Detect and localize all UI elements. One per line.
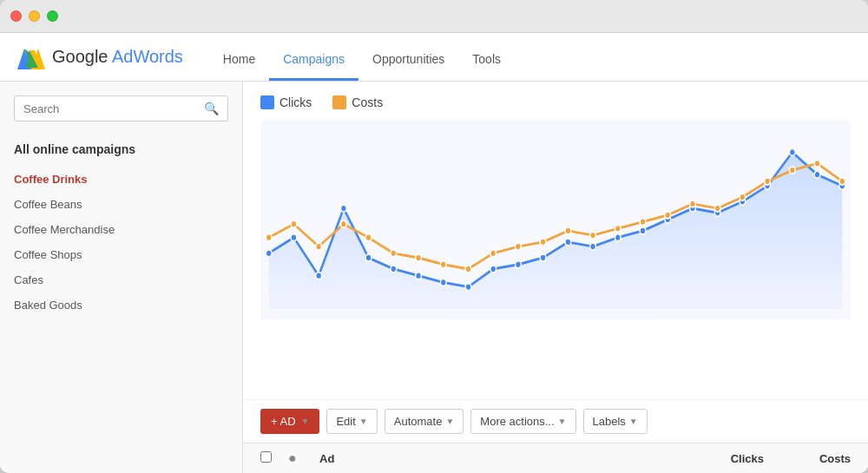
header: Google AdWords Home Campaigns Opportunit… xyxy=(0,33,868,82)
edit-chevron-icon: ▼ xyxy=(359,417,368,426)
svg-point-18 xyxy=(465,284,471,291)
svg-point-22 xyxy=(565,239,571,246)
legend-clicks-label: Clicks xyxy=(279,95,312,109)
more-actions-chevron-icon: ▼ xyxy=(558,417,567,426)
svg-point-37 xyxy=(340,220,346,227)
more-actions-button[interactable]: More actions... ▼ xyxy=(470,409,575,434)
svg-point-13 xyxy=(340,205,346,212)
main-nav: Home Campaigns Opportunities Tools xyxy=(209,33,515,81)
search-icon: 🔍 xyxy=(204,102,219,115)
svg-point-14 xyxy=(365,254,372,261)
sidebar-item-baked-goods[interactable]: Baked Goods xyxy=(0,292,242,318)
svg-point-42 xyxy=(465,266,471,273)
header-status-dot: ● xyxy=(288,450,309,466)
svg-point-38 xyxy=(365,234,372,241)
svg-point-23 xyxy=(590,243,596,250)
legend-clicks: Clicks xyxy=(260,95,312,109)
svg-point-56 xyxy=(814,160,820,167)
svg-point-52 xyxy=(714,205,720,212)
column-costs: Costs xyxy=(764,452,851,465)
nav-home[interactable]: Home xyxy=(209,33,269,81)
sidebar-item-coffee-merchandise[interactable]: Coffee Merchandise xyxy=(0,217,242,242)
chart-area: Clicks Costs xyxy=(243,82,868,399)
svg-point-12 xyxy=(316,273,322,279)
svg-point-20 xyxy=(516,261,522,268)
body: 🔍 All online campaigns Coffee Drinks Cof… xyxy=(0,82,868,473)
legend-costs: Costs xyxy=(332,95,383,109)
nav-campaigns[interactable]: Campaigns xyxy=(269,33,358,81)
edit-button[interactable]: Edit ▼ xyxy=(326,409,377,434)
sidebar-section-title: All online campaigns xyxy=(0,135,242,167)
nav-opportunities[interactable]: Opportunities xyxy=(358,33,458,81)
header-checkbox[interactable] xyxy=(260,450,281,466)
sidebar-item-cafes[interactable]: Cafes xyxy=(0,267,242,292)
svg-point-51 xyxy=(690,200,696,207)
sidebar-item-coffee-beans[interactable]: Coffee Beans xyxy=(0,192,242,217)
add-ad-button[interactable]: + AD ▼ xyxy=(260,409,319,434)
labels-chevron-icon: ▼ xyxy=(629,417,638,426)
automate-button[interactable]: Automate ▼ xyxy=(385,409,464,434)
title-bar xyxy=(0,0,868,33)
svg-point-11 xyxy=(291,234,297,241)
svg-point-10 xyxy=(266,250,272,257)
nav-tools[interactable]: Tools xyxy=(458,33,515,81)
svg-point-47 xyxy=(590,232,596,239)
search-input[interactable] xyxy=(23,102,204,115)
legend-costs-label: Costs xyxy=(352,95,383,109)
svg-point-43 xyxy=(490,250,496,257)
svg-point-31 xyxy=(789,148,795,155)
sidebar-item-coffee-drinks[interactable]: Coffee Drinks xyxy=(0,167,242,192)
add-ad-label: + AD xyxy=(271,415,296,428)
minimize-button[interactable] xyxy=(29,10,40,22)
svg-point-53 xyxy=(740,194,746,200)
window-controls xyxy=(10,10,58,22)
labels-button[interactable]: Labels ▼ xyxy=(583,409,648,434)
automate-chevron-icon: ▼ xyxy=(445,417,454,426)
more-actions-label: More actions... xyxy=(480,415,554,428)
table-header: ● Ad Clicks Costs xyxy=(243,443,868,473)
automate-label: Automate xyxy=(394,415,443,428)
chart-svg xyxy=(260,120,851,319)
svg-point-34 xyxy=(266,234,272,241)
main-content: Clicks Costs xyxy=(243,82,868,473)
sidebar: 🔍 All online campaigns Coffee Drinks Cof… xyxy=(0,82,243,473)
svg-point-41 xyxy=(440,261,446,268)
maximize-button[interactable] xyxy=(47,10,58,22)
svg-point-16 xyxy=(416,273,422,279)
svg-point-57 xyxy=(839,178,845,185)
svg-point-24 xyxy=(615,234,621,241)
chart-legend: Clicks Costs xyxy=(260,95,851,109)
column-clicks: Clicks xyxy=(625,452,764,465)
logo-icon xyxy=(17,45,45,69)
svg-point-36 xyxy=(316,243,322,250)
svg-point-50 xyxy=(665,212,671,219)
svg-point-44 xyxy=(516,243,522,250)
svg-point-46 xyxy=(565,227,571,234)
svg-point-32 xyxy=(814,171,820,178)
svg-point-25 xyxy=(640,227,646,234)
svg-point-45 xyxy=(540,239,546,246)
select-all-checkbox[interactable] xyxy=(260,451,272,463)
add-ad-chevron-icon: ▼ xyxy=(301,417,310,426)
search-box[interactable]: 🔍 xyxy=(14,95,228,122)
svg-point-15 xyxy=(391,266,397,273)
svg-point-54 xyxy=(765,178,771,185)
svg-point-40 xyxy=(416,254,422,261)
svg-point-39 xyxy=(391,250,397,257)
logo-text: Google AdWords xyxy=(52,47,183,67)
svg-point-55 xyxy=(789,167,795,174)
svg-point-21 xyxy=(540,254,546,261)
labels-label: Labels xyxy=(593,415,626,428)
svg-point-35 xyxy=(291,220,297,227)
clicks-color-swatch xyxy=(260,95,274,109)
edit-label: Edit xyxy=(336,415,355,428)
line-chart xyxy=(260,120,851,319)
logo: Google AdWords xyxy=(17,45,183,69)
svg-point-17 xyxy=(440,279,446,286)
costs-color-swatch xyxy=(332,95,346,109)
app-window: Google AdWords Home Campaigns Opportunit… xyxy=(0,0,868,473)
sidebar-item-coffee-shops[interactable]: Coffee Shops xyxy=(0,242,242,267)
svg-point-49 xyxy=(640,219,646,226)
close-button[interactable] xyxy=(10,10,22,22)
column-ad: Ad xyxy=(319,452,625,465)
